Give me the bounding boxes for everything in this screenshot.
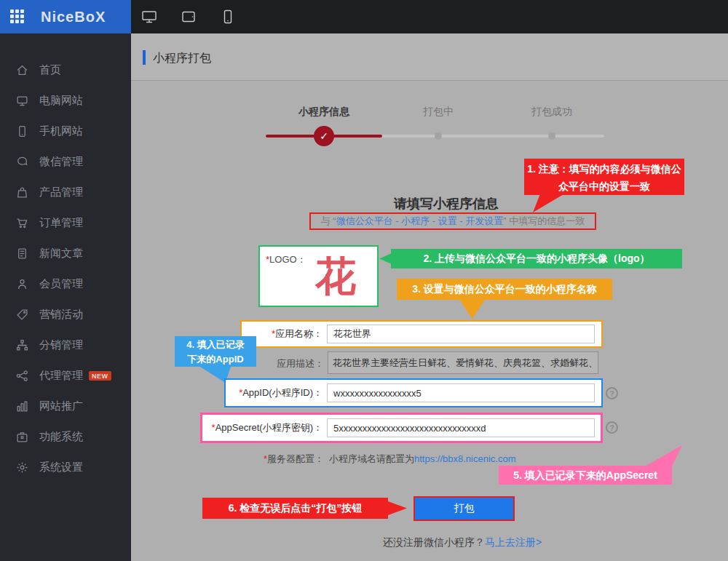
app-desc-label: 应用描述：	[240, 357, 324, 370]
server-config-label: *服务器配置：	[204, 453, 324, 466]
logo-label: LOGO：	[269, 254, 306, 265]
sidebar-item-products[interactable]: 产品管理	[0, 177, 131, 207]
org-tree-icon	[16, 339, 28, 351]
desktop-preview-icon[interactable]	[140, 7, 159, 26]
sidebar-item-mobile-site[interactable]: 手机网站	[0, 116, 131, 146]
callout-2-pointer	[379, 253, 392, 264]
package-button[interactable]: 打包	[414, 496, 515, 521]
page-header: 小程序打包	[131, 33, 728, 81]
step-label-success: 打包成功	[494, 106, 610, 119]
consistency-note: 与 “微信公众平台 - 小程序 - 设置 - 开发设置” 中填写的信息一致	[309, 212, 596, 230]
share-network-icon	[16, 370, 28, 382]
sidebar-item-members[interactable]: 会员管理	[0, 268, 131, 299]
server-domain-link[interactable]: https://bbx8.nicenic.com	[414, 453, 515, 464]
logo-upload-field[interactable]: *LOGO： 花	[258, 245, 379, 307]
brand-logo: NiceBoX	[41, 9, 106, 25]
content-panel: 小程序信息 打包中 打包成功 ✓ 1. 注意：填写的内容必须与微信公众平台中的设…	[131, 81, 728, 561]
sidebar-item-promotion[interactable]: 网站推广	[0, 391, 131, 421]
app-name-label: 应用名称：	[275, 328, 323, 339]
sidebar-item-marketing[interactable]: 营销活动	[0, 299, 131, 330]
step-dot-packing	[435, 132, 442, 140]
server-config-value: 小程序域名请配置为https://bbx8.nicenic.com	[329, 453, 515, 466]
app-id-help-icon[interactable]: ?	[606, 387, 618, 399]
sidebar-item-news[interactable]: 新闻文章	[0, 238, 131, 268]
callout-note-5: 5. 填入已记录下来的AppSecret	[499, 466, 672, 485]
sidebar-item-distribution[interactable]: 分销管理	[0, 330, 131, 360]
sidebar-item-settings[interactable]: 系统设置	[0, 452, 131, 482]
note-link[interactable]: 微信公众平台 - 小程序 - 设置 - 开发设置	[336, 215, 504, 228]
topbar: NiceBoX	[0, 0, 728, 33]
briefcase-icon	[16, 431, 28, 443]
app-secret-row: *AppSecret(小程序密钥)：	[200, 413, 603, 443]
app-secret-label: AppSecret(小程序密钥)：	[215, 422, 323, 433]
logo-area[interactable]: NiceBoX	[0, 0, 131, 33]
sidebar: 首页 电脑网站 手机网站 微信管理 产品管理 订单管理 新闻文章 会员管理	[0, 33, 131, 561]
mobile-icon	[16, 125, 28, 138]
sidebar-item-agents[interactable]: 代理管理 NEW	[0, 360, 131, 391]
app-name-input[interactable]	[327, 325, 595, 343]
app-id-label: AppID(小程序ID)：	[242, 387, 323, 398]
page-title: 小程序打包	[153, 51, 211, 66]
callout-5-pointer	[637, 445, 682, 466]
app-desc-input[interactable]	[328, 351, 598, 374]
mobile-preview-icon[interactable]	[218, 7, 237, 26]
callout-note-1: 1. 注意：填写的内容必须与微信公众平台中的设置一致	[524, 159, 684, 195]
document-icon	[16, 247, 28, 260]
sidebar-item-orders[interactable]: 订单管理	[0, 207, 131, 238]
desktop-icon	[16, 95, 28, 107]
shopping-bag-icon	[16, 186, 28, 199]
main-area: 小程序打包 小程序信息 打包中 打包成功 ✓ 1. 注意：填写的内容必须与微信公…	[131, 33, 728, 561]
callout-note-3: 3. 设置与微信公众平台一致的小程序名称	[397, 279, 612, 300]
step-label-info: 小程序信息	[266, 106, 382, 119]
logo-image: 花	[315, 250, 356, 303]
new-badge: NEW	[89, 371, 111, 381]
app-id-input[interactable]	[327, 383, 595, 402]
chat-bubble-icon	[16, 156, 28, 168]
form-heading: 请填写小程序信息	[315, 195, 577, 212]
callout-3-pointer	[457, 300, 485, 319]
callout-note-6: 6. 检查无误后点击“打包”按钮	[202, 498, 388, 519]
tablet-preview-icon[interactable]	[179, 7, 198, 26]
app-id-row: *AppID(小程序ID)：	[224, 378, 603, 407]
sidebar-item-home[interactable]: 首页	[0, 55, 131, 85]
step-check-icon: ✓	[314, 126, 334, 146]
register-link[interactable]: 马上去注册>	[485, 536, 542, 548]
app-secret-input[interactable]	[327, 418, 595, 437]
app-window: NiceBoX 首页 电脑网站 手机网站	[0, 0, 728, 561]
tag-icon	[16, 309, 28, 321]
apps-grid-icon[interactable]	[10, 9, 25, 24]
step-dot-success	[548, 132, 555, 140]
app-name-row: *应用名称：	[240, 320, 603, 348]
sidebar-item-wechat[interactable]: 微信管理	[0, 146, 131, 177]
bar-chart-icon	[16, 400, 28, 413]
person-icon	[16, 278, 28, 290]
register-footer: 还没注册微信小程序？马上去注册>	[317, 536, 608, 549]
step-label-packing: 打包中	[380, 106, 496, 119]
callout-note-2: 2. 上传与微信公众平台一致的小程序头像（logo）	[391, 249, 682, 268]
title-accent-bar	[143, 50, 146, 65]
gear-icon	[16, 461, 28, 474]
callout-6-pointer	[388, 501, 407, 515]
cart-icon	[16, 217, 28, 229]
home-icon	[16, 64, 28, 76]
sidebar-item-functions[interactable]: 功能系统	[0, 421, 131, 452]
app-secret-help-icon[interactable]: ?	[606, 421, 618, 434]
sidebar-item-pc-site[interactable]: 电脑网站	[0, 85, 131, 116]
